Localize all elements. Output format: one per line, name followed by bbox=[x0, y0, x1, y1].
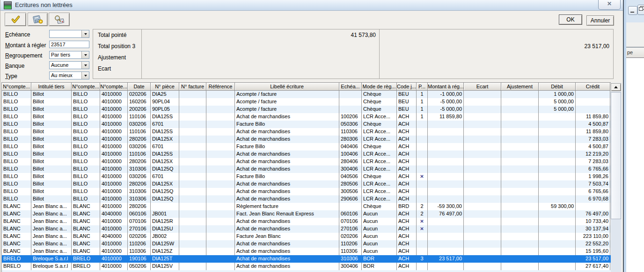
col-header-ecart[interactable]: Ecart bbox=[464, 83, 501, 91]
cell-debit: 5 000,00 bbox=[539, 106, 576, 113]
estimate-button[interactable] bbox=[28, 13, 48, 26]
table-row[interactable]: BLANCJean Blanc a...BLANC4010000270106DI… bbox=[2, 225, 611, 233]
table-row[interactable]: BILLOBillotBILLO4010000280206DIA125XAcha… bbox=[2, 180, 611, 188]
cell-libelle: Règlement facture bbox=[235, 203, 339, 210]
validate-button[interactable] bbox=[5, 13, 26, 26]
scrollbar-track[interactable] bbox=[611, 219, 621, 272]
table-row[interactable]: BLANCJean Blanc a...BLANC4010000110206DI… bbox=[2, 240, 611, 248]
chevron-down-icon[interactable] bbox=[81, 51, 89, 58]
col-header-code-journal[interactable]: Code j... bbox=[397, 83, 417, 91]
app-icon bbox=[4, 1, 12, 9]
cell-reference bbox=[206, 233, 235, 240]
title-bar[interactable]: Ecritures non lettrées ✕ bbox=[0, 0, 623, 11]
table-scrollbar[interactable] bbox=[611, 83, 622, 272]
cell-mode-reglement: Chèque bbox=[362, 91, 397, 98]
cell-debit bbox=[539, 158, 576, 165]
cell-date: 160206 bbox=[128, 98, 151, 106]
col-header-libelle[interactable]: Libellé écriture bbox=[235, 83, 339, 91]
col-header-debit[interactable]: Débit bbox=[539, 83, 576, 91]
regroupement-select[interactable]: Par tiers bbox=[49, 51, 89, 59]
ok-button[interactable]: OK bbox=[559, 14, 582, 25]
cell-credit bbox=[576, 98, 610, 106]
cell-debit: 1 000,00 bbox=[539, 91, 576, 98]
cell-ecart bbox=[464, 263, 501, 270]
chevron-down-icon[interactable] bbox=[81, 72, 89, 79]
cell-debit: 5 000,00 bbox=[539, 98, 576, 106]
cell-compte-tiers2: BLANC bbox=[72, 210, 100, 218]
cell-facture bbox=[179, 233, 206, 240]
col-header-mode-reglement[interactable]: Mode de règ... bbox=[362, 83, 397, 91]
banque-select[interactable]: Aucune bbox=[49, 61, 89, 69]
search-entries-button[interactable] bbox=[49, 13, 70, 26]
cell-montant-a-regler bbox=[428, 143, 464, 150]
cell-compte-general: 4010000 bbox=[100, 225, 128, 233]
table-row[interactable]: BLANCJean Blanc a...BLANC4040000020206JB… bbox=[2, 233, 611, 240]
cancel-button[interactable]: Annuler bbox=[586, 15, 614, 26]
scroll-up-button[interactable] bbox=[611, 83, 621, 91]
table-row[interactable]: BILLOBillotBILLO40100000302066701Facture… bbox=[2, 143, 611, 150]
cell-mode-reglement: Aucun bbox=[362, 225, 397, 233]
cell-ajustement bbox=[501, 180, 539, 188]
col-header-date[interactable]: Date bbox=[128, 83, 151, 91]
cell-compte-tiers: BILLO bbox=[2, 180, 31, 188]
table-row[interactable]: BLANCJean Blanc a...BLANC4010000110306DI… bbox=[2, 248, 611, 255]
col-header-compte-tiers[interactable]: N°compte... bbox=[2, 83, 31, 91]
table-row[interactable]: BRELOBreloque S.a.r.lBRELO4010000050206D… bbox=[2, 263, 611, 270]
cell-debit bbox=[539, 128, 576, 136]
cell-mode-reglement: LCR Acce... bbox=[362, 180, 397, 188]
cell-mode-reglement: Aucun bbox=[362, 248, 397, 255]
background-minimize-button[interactable] bbox=[628, 6, 637, 15]
close-button[interactable]: ✕ bbox=[598, 0, 621, 10]
cell-mode-reglement: LCR Acce... bbox=[362, 136, 397, 143]
col-header-echeance[interactable]: Echéa... bbox=[339, 83, 362, 91]
cell-libelle: Achat de marchandises bbox=[235, 225, 339, 233]
cell-ecart bbox=[464, 210, 501, 218]
cell-echeance: 050306 bbox=[339, 121, 362, 128]
cell-facture bbox=[179, 113, 206, 121]
col-header-intitule-tiers[interactable]: Intitulé tiers bbox=[31, 83, 72, 91]
chevron-down-icon[interactable] bbox=[81, 30, 89, 37]
table-row[interactable]: BILLOBillotBILLO4010000020206DIA25Acompt… bbox=[2, 91, 611, 98]
background-restore-button[interactable] bbox=[637, 5, 644, 15]
col-header-pointage[interactable]: P... bbox=[417, 83, 428, 91]
cell-compte-tiers: BILLO bbox=[2, 143, 31, 150]
table-row[interactable]: BILLOBillotBILLO401000020020690PL05Acomp… bbox=[2, 106, 611, 113]
table-row[interactable]: BLANCJean Blanc a...BLANC4010000280206Rè… bbox=[2, 203, 611, 210]
cell-libelle: Acompte / facture bbox=[235, 106, 339, 113]
cell-compte-tiers: BILLO bbox=[2, 165, 31, 173]
table-row[interactable]: BILLOBillotBILLO40100000302066701Facture… bbox=[2, 121, 611, 128]
col-header-montant-a-regler[interactable]: Montant à rég... bbox=[428, 83, 464, 91]
table-row[interactable]: BILLOBillotBILLO401000016020690PL04Acomp… bbox=[2, 98, 611, 106]
col-header-credit[interactable]: Crédit bbox=[576, 83, 610, 91]
cell-ecart bbox=[464, 225, 501, 233]
table-row[interactable]: BRELOBreloque S.a.r.lBRELO4010000190106D… bbox=[2, 255, 611, 263]
col-header-compte-tiers2[interactable]: N°compte... bbox=[72, 83, 100, 91]
table-row[interactable]: BILLOBillotBILLO4010000310306DIA125QAcha… bbox=[2, 195, 611, 203]
table-row[interactable]: BILLOBillotBILLO4010000310306DIA125QAcha… bbox=[2, 165, 611, 173]
cell-piece: DIA25 bbox=[151, 91, 179, 98]
table-row[interactable]: BILLOBillotBILLO4010000280206DIA125XAcha… bbox=[2, 136, 611, 143]
table-row-partial bbox=[2, 270, 611, 272]
table-row[interactable]: BILLOBillotBILLO4010000110106DIA125SAcha… bbox=[2, 150, 611, 158]
scrollbar-thumb[interactable] bbox=[611, 92, 621, 219]
type-select[interactable]: Au mieux bbox=[49, 72, 89, 79]
cell-ecart bbox=[464, 218, 501, 225]
chevron-down-icon[interactable] bbox=[81, 62, 89, 69]
cell-libelle: Achat de marchandises bbox=[235, 136, 339, 143]
table-row[interactable]: BILLOBillotBILLO4010000280206DIA125XAcha… bbox=[2, 158, 611, 165]
table-row[interactable]: BILLOBillotBILLO4010000310306DIA125QAcha… bbox=[2, 188, 611, 195]
cell-compte-general: 4010000 bbox=[100, 248, 128, 255]
col-header-reference[interactable]: Référence bbox=[206, 83, 235, 91]
background-column-header: pe bbox=[626, 47, 644, 58]
col-header-compte-general[interactable]: N°compte... bbox=[100, 83, 128, 91]
col-header-ajustement[interactable]: Ajustement bbox=[501, 83, 539, 91]
montant-a-regler-input[interactable]: 23517 bbox=[49, 41, 89, 48]
table-row[interactable]: BILLOBillotBILLO40100000302066701Facture… bbox=[2, 173, 611, 180]
echeance-select[interactable] bbox=[49, 30, 89, 38]
table-row[interactable]: BLANCJean Blanc a...BLANC4040000060106JB… bbox=[2, 210, 611, 218]
table-row[interactable]: BILLOBillotBILLO4010000110106DIA125SAcha… bbox=[2, 113, 611, 121]
table-row[interactable]: BILLOBillotBILLO4010000110106DIA125SAcha… bbox=[2, 128, 611, 136]
col-header-piece[interactable]: N° pièce bbox=[151, 83, 179, 91]
table-row[interactable]: BLANCJean Blanc a...BLANC4010000070106DI… bbox=[2, 218, 611, 225]
col-header-facture[interactable]: N° facture bbox=[179, 83, 206, 91]
